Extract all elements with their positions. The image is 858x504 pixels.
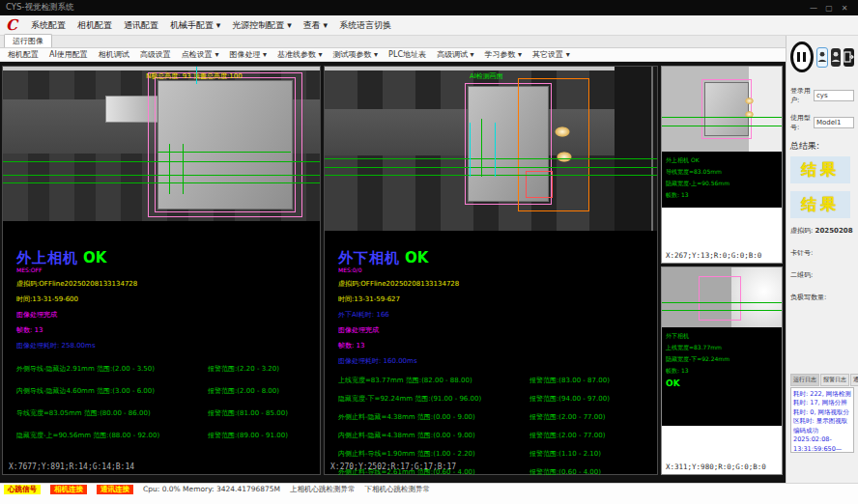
menu-bar: C 系统配置 相机配置 通讯配置 机械手配置 ▾ 光源控制配置 ▾ 查看 ▾ 系…	[0, 15, 858, 36]
log-tab-alarm[interactable]: 报警日志	[820, 374, 849, 386]
mini-lower-image[interactable]	[662, 267, 782, 327]
measurement-row: 导线宽度=83.05mm 范围:(80.00 - 86.00) 报警范围:(81…	[16, 408, 320, 418]
mes-status: MES:0/0	[338, 266, 657, 273]
process-elapsed: 图像处理耗时: 258.00ms	[16, 341, 320, 350]
menu-camera-config[interactable]: 相机配置	[77, 19, 112, 32]
user-icon	[817, 51, 827, 63]
measure-line-h	[3, 175, 320, 176]
user-login-button[interactable]	[816, 47, 828, 68]
alarm-range: 报警范围:(0.60 - 4.00)	[529, 467, 657, 477]
measure-line-h	[662, 302, 782, 303]
lower-cam-heartbeat-msg: 下相机心跳检测异常	[365, 485, 431, 494]
menu-comm-config[interactable]: 通讯配置	[124, 19, 158, 32]
mini-line: 外上相机 OK	[666, 156, 778, 165]
camera-link-badge: 相机连接	[50, 485, 87, 494]
log-output[interactable]: 耗时: 222, 网络检测耗时: 17, 网络分辨耗时: 0, 网络视取分区耗时…	[790, 387, 854, 453]
pixel-coords-readout: X:267;Y:13;R:0;G:0;B:0	[666, 251, 761, 260]
qr-code-label: 二维码:	[790, 270, 854, 280]
result-indicator-lower: 结果	[790, 191, 850, 218]
process-status: 图像处理完成	[16, 310, 320, 320]
user-icon	[831, 51, 841, 63]
mini-line: 导线宽度=83.05mm	[666, 168, 778, 177]
roi-box	[699, 276, 741, 321]
log-tab-comm[interactable]: 通讯日志	[850, 374, 858, 386]
tool-image-processing[interactable]: 图像处理 ▾	[229, 49, 267, 60]
barcode-line: 虚拟码:OFFline20250208133134728	[16, 279, 320, 289]
ruler-line	[470, 123, 471, 177]
roi-inner-box	[155, 77, 296, 212]
measure-value: 隐藏宽度-下=92.24mm 范围:(91.00 - 96.00)	[338, 394, 529, 404]
tool-advanced-debug[interactable]: 高级调试 ▾	[437, 49, 474, 60]
menu-system-config[interactable]: 系统配置	[31, 19, 66, 32]
app-logo-icon: C	[6, 18, 17, 33]
minimize-icon[interactable]: —	[806, 4, 821, 13]
tool-baseline-params[interactable]: 基准线参数 ▾	[277, 49, 323, 60]
mini-line: 帧数: 13	[666, 191, 778, 200]
tool-camera-debug[interactable]: 相机调试	[99, 49, 129, 60]
pin-number-label: 卡针号:	[790, 248, 854, 258]
login-user-input[interactable]: cys	[814, 90, 854, 101]
pixel-coords-readout: X:270;Y:2502;R:17;G:17;B:17	[330, 462, 456, 471]
maximize-icon[interactable]: ▢	[821, 4, 837, 13]
mini-lower-text: 外下相机 上线宽度=83.77mm 隐藏宽度-下=92.24mm 帧数: 13 …	[662, 327, 782, 426]
alarm-range: 报警范围:(89.00 - 91.00)	[208, 431, 320, 440]
measurement-row: 隐藏宽度-上=90.56mm 范围:(88.00 - 92.00) 报警范围:(…	[16, 431, 320, 440]
tool-other-settings[interactable]: 其它设置 ▾	[532, 49, 570, 60]
model-input[interactable]: Model1	[814, 117, 854, 128]
close-icon[interactable]: ✕	[837, 4, 852, 13]
tool-camera-config[interactable]: 相机配置	[8, 49, 39, 60]
alarm-range: 报警范围:(2.00 - 77.00)	[529, 431, 657, 440]
menu-light-config[interactable]: 光源控制配置 ▾	[232, 19, 291, 32]
measurement-row: 隐藏宽度-下=92.24mm 范围:(91.00 - 96.00) 报警范围:(…	[338, 394, 657, 404]
alarm-range: 报警范围:(1.10 - 2.10)	[529, 449, 657, 459]
title-bar: CYS-视觉检测系统 — ▢ ✕	[0, 0, 858, 15]
menu-robot-config[interactable]: 机械手配置 ▾	[170, 19, 220, 32]
tab-run-image[interactable]: 运行图像	[4, 34, 52, 47]
upper-cam-heartbeat-msg: 上相机心跳检测异常	[290, 485, 356, 494]
alarm-range: 报警范围:(83.00 - 87.00)	[529, 376, 657, 385]
roi-box	[701, 79, 752, 139]
measure-line-h	[662, 117, 782, 118]
tool-spotcheck-settings[interactable]: 点检设置 ▾	[182, 49, 219, 60]
tool-test-params[interactable]: 测试项参数 ▾	[333, 49, 379, 60]
measure-value: 内侧止料-隐藏=4.38mm 范围:(0.00 - 9.00)	[338, 431, 529, 440]
upper-camera-image[interactable]: N极总高度: 93 顶盖总高度:100	[3, 67, 320, 221]
time-line: 时间:13-31-59-600	[16, 294, 320, 304]
time-line: 时间:13-31-59-627	[338, 294, 657, 304]
barcode-line: 虚拟码:OFFline20250208133134728	[338, 279, 657, 289]
upper-camera-panel: N极总高度: 93 顶盖总高度:100 外上相机 OK MES:OFF 虚拟码:…	[2, 66, 321, 475]
frame-count: 帧数: 13	[16, 325, 320, 335]
pixel-coords-readout: X:7677;Y:891;R:14;G:14;B:14	[9, 462, 134, 471]
measure-value: 外侧导线-隐藏边2.91mm 范围:(2.00 - 3.50)	[16, 364, 208, 374]
virtual-code-row: 虚拟码: 20250208	[790, 226, 854, 236]
status-bar: 心跳信号 相机连接 通讯连接 Cpu: 0.0% Memory: 3424.41…	[0, 483, 858, 504]
mini-upper-image[interactable]	[662, 67, 782, 152]
image-overlay-text: N极总高度: 93 顶盖总高度:100	[146, 71, 243, 81]
measure-line-h	[325, 167, 657, 168]
login-user-label: 登录用户:	[790, 86, 812, 105]
exit-button[interactable]	[844, 48, 854, 67]
result-ok: OK	[405, 249, 428, 266]
tool-learn-params[interactable]: 学习参数 ▾	[485, 49, 523, 60]
tool-advanced-settings[interactable]: 高级设置	[140, 49, 171, 60]
mini-upper-panel: 外上相机 OK 导线宽度=83.05mm 隐藏宽度-上=90.56mm 帧数: …	[661, 66, 783, 264]
log-tab-run[interactable]: 运行日志	[790, 374, 819, 386]
tab-strip: 运行图像	[0, 36, 858, 48]
measurement-row: 外侧止料-隐藏=4.38mm 范围:(0.00 - 9.00) 报警范围:(2.…	[338, 412, 657, 422]
menu-language-switch[interactable]: 系统语言切换	[339, 19, 391, 32]
lower-result-block: 外下相机 OK MES:0/0 虚拟码:OFFline2025020813313…	[325, 231, 657, 477]
measure-line-h	[325, 175, 657, 176]
measure-line-v	[183, 144, 184, 194]
result-indicator-upper: 结果	[790, 156, 850, 183]
user-switch-button[interactable]	[831, 48, 841, 67]
pause-button[interactable]	[790, 42, 814, 72]
menu-view[interactable]: 查看 ▾	[303, 19, 328, 32]
tool-plc-address[interactable]: PLC地址表	[388, 49, 426, 60]
pause-icon	[803, 52, 806, 62]
tool-ai-config[interactable]: AI使用配置	[49, 49, 88, 60]
machine-rail	[325, 67, 657, 70]
heartbeat-badge: 心跳信号	[4, 485, 41, 494]
measure-value: 内侧止料-导线=1.90mm 范围:(1.00 - 2.20)	[338, 449, 529, 459]
app-window: CYS-视觉检测系统 — ▢ ✕ C 系统配置 相机配置 通讯配置 机械手配置 …	[0, 0, 858, 504]
lower-camera-image[interactable]: AI检测画面	[325, 67, 657, 231]
